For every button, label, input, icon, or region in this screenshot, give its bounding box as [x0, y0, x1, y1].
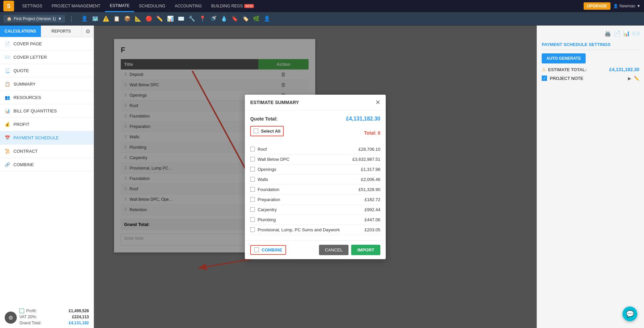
sidebar-item-bill-of-quantities[interactable]: 📊 BILL OF QUANTITIES — [0, 104, 94, 118]
item-checkbox[interactable] — [250, 197, 255, 202]
toolbar-icon-7[interactable]: ✏️ — [155, 14, 164, 24]
nav-estimate[interactable]: ESTIMATE — [105, 0, 134, 12]
auto-generate-button[interactable]: AUTO GENERATE — [542, 53, 586, 63]
sidebar-item-resources[interactable]: 👥 RESOURCES — [0, 91, 94, 104]
email-icon[interactable]: ✉️ — [633, 30, 639, 37]
tab-calculations[interactable]: CALCULATIONS — [0, 26, 41, 37]
quote-total-label: Quote Total: — [250, 116, 277, 122]
toolbar-icon-16[interactable]: 🌿 — [252, 14, 261, 24]
item-left: Plumbing — [250, 217, 276, 222]
quote-icon: 📃 — [5, 68, 10, 73]
sidebar-item-combine[interactable]: 🔗 COMBINE — [0, 158, 94, 172]
pdf-icon[interactable]: 📄 — [614, 30, 621, 37]
project-menu-icon[interactable]: ⋮ — [68, 15, 74, 22]
item-left: Carpentry — [250, 207, 277, 212]
modal-close-button[interactable]: ✕ — [375, 99, 380, 106]
main-layout: CALCULATIONS REPORTS ⚙ 📄 COVER PAGE ✉️ C… — [0, 26, 644, 328]
contract-icon: 📜 — [5, 149, 10, 154]
item-value: £182.72 — [365, 197, 380, 202]
project-note-checkbox[interactable]: ✓ — [542, 76, 547, 81]
item-checkbox[interactable] — [250, 227, 255, 232]
tab-reports[interactable]: REPORTS — [41, 26, 82, 37]
item-label: Provisional, Lump, PC Sums and Daywork — [258, 227, 340, 232]
toolbar-icon-8[interactable]: 📊 — [166, 14, 175, 24]
sidebar-item-cover-letter[interactable]: ✉️ COVER LETTER — [0, 51, 94, 64]
combine-checkbox[interactable] — [254, 247, 259, 252]
sidebar-item-summary[interactable]: 📋 SUMMARY — [0, 78, 94, 91]
toolbar-icon-6[interactable]: 🔴 — [144, 14, 154, 24]
nav-project-management[interactable]: PROJECT MANAGEMENT — [47, 0, 105, 12]
toolbar-icon-3[interactable]: 📋 — [112, 14, 121, 24]
chat-bubble[interactable]: 💬 — [623, 307, 637, 321]
cancel-button[interactable]: CANCEL — [319, 245, 349, 255]
select-all-checkbox[interactable] — [254, 129, 258, 133]
toolbar-icon-17[interactable]: 👤 — [262, 14, 272, 24]
warning-icon: ⚠ — [542, 67, 546, 72]
sidebar-item-cover-page[interactable]: 📄 COVER PAGE — [0, 37, 94, 51]
item-checkbox[interactable] — [250, 147, 255, 151]
toolbar-icon-13[interactable]: 💧 — [219, 14, 229, 24]
user-icon[interactable]: 👤 — [80, 14, 89, 24]
right-panel: 🖨️ 📄 📊 ✉️ PAYMENT SCHEDULE SETTINGS AUTO… — [537, 26, 644, 328]
project-note-edit[interactable]: ✏️ — [634, 76, 639, 81]
item-checkbox[interactable] — [250, 167, 255, 172]
item-value: £992.44 — [365, 207, 380, 212]
nav-accounting[interactable]: ACCOUNTING — [170, 0, 207, 12]
combine-checkbox-row[interactable]: COMBINE — [250, 245, 286, 255]
toolbar-icon-2[interactable]: ⚠️ — [101, 14, 111, 24]
sidebar-tabs: CALCULATIONS REPORTS ⚙ — [0, 26, 94, 37]
excel-icon[interactable]: 📊 — [623, 30, 630, 37]
modal-item-row: Foundation £51,328.90 — [250, 185, 380, 195]
nav-building-regs[interactable]: BUILDING REGS NEW — [207, 0, 259, 12]
project-note-toggle[interactable]: ▶ — [628, 76, 631, 81]
envelope-icon: ✉️ — [5, 55, 10, 60]
toolbar-icon-11[interactable]: 📍 — [198, 14, 207, 24]
select-all-row[interactable]: Select All — [250, 126, 284, 136]
toolbar-icon-9[interactable]: ✉️ — [176, 14, 186, 24]
toolbar-icon-12[interactable]: 🚿 — [209, 14, 218, 24]
toolbar-icon-1[interactable]: 🗺️ — [91, 14, 100, 24]
item-label: Foundation — [258, 187, 279, 192]
right-panel-title: PAYMENT SCHEDULE SETTINGS — [542, 42, 639, 50]
checkbox-profit[interactable] — [19, 309, 24, 313]
top-right-icons: 🖨️ 📄 📊 ✉️ — [542, 30, 639, 39]
vat-value: £224,113 — [72, 315, 89, 319]
item-value: £1,317.98 — [361, 167, 380, 172]
estimate-total-label: ESTIMATE TOTAL: — [548, 67, 587, 72]
item-checkbox[interactable] — [250, 177, 255, 182]
item-checkbox[interactable] — [250, 157, 255, 161]
modal-item-row: Openings £1,317.98 — [250, 165, 380, 175]
upgrade-button[interactable]: UPGRADE — [584, 2, 610, 10]
sidebar-item-quote[interactable]: 📃 QUOTE — [0, 64, 94, 78]
settings-button[interactable]: ⚙ — [5, 312, 17, 324]
filter-icon[interactable]: ⚙ — [82, 26, 94, 37]
items-list: Roof £28,706.10 Wall Below DPC £3,632,98… — [250, 144, 380, 235]
item-checkbox[interactable] — [250, 187, 255, 192]
print-icon[interactable]: 🖨️ — [604, 30, 611, 37]
item-checkbox[interactable] — [250, 207, 255, 212]
project-note-label: PROJECT NOTE — [550, 76, 583, 81]
nav-scheduling[interactable]: SCHEDULING — [134, 0, 170, 12]
sidebar-item-payment-schedule[interactable]: 📅 PAYMENT SCHEDULE — [0, 131, 94, 145]
resources-icon: 👥 — [5, 95, 10, 100]
main-content: F Title Action ⠿ Deposit 🗑 ⠿ Wall Below — [94, 26, 537, 328]
import-button[interactable]: IMPORT — [351, 245, 380, 255]
item-value: £51,328.90 — [359, 187, 380, 192]
project-selector[interactable]: 🏠 First Project (Version 1) ▼ — [3, 15, 65, 22]
toolbar-icon-4[interactable]: 📦 — [123, 14, 132, 24]
logo[interactable]: S — [3, 1, 14, 11]
item-label: Wall Below DPC — [258, 157, 289, 162]
toolbar-icon-10[interactable]: 🔧 — [187, 14, 197, 24]
toolbar-icon-15[interactable]: 🏷️ — [241, 14, 250, 24]
modal-header: ESTIMATE SUMMARY ✕ — [245, 95, 386, 110]
item-checkbox[interactable] — [250, 217, 255, 222]
sidebar-item-profit[interactable]: 💰 PROFIT — [0, 118, 94, 131]
toolbar-icon-5[interactable]: 📐 — [133, 14, 143, 24]
item-left: Foundation — [250, 187, 279, 192]
second-nav: 🏠 First Project (Version 1) ▼ ⋮ 👤 🗺️ ⚠️ … — [0, 12, 644, 26]
nav-settings[interactable]: SETTINGS — [17, 0, 47, 12]
sidebar-items: 📄 COVER PAGE ✉️ COVER LETTER 📃 QUOTE 📋 S… — [0, 37, 94, 306]
sidebar-item-contract[interactable]: 📜 CONTRACT — [0, 145, 94, 158]
user-menu[interactable]: 👤 Newman ▼ — [613, 4, 641, 8]
toolbar-icon-14[interactable]: 🔖 — [230, 14, 239, 24]
